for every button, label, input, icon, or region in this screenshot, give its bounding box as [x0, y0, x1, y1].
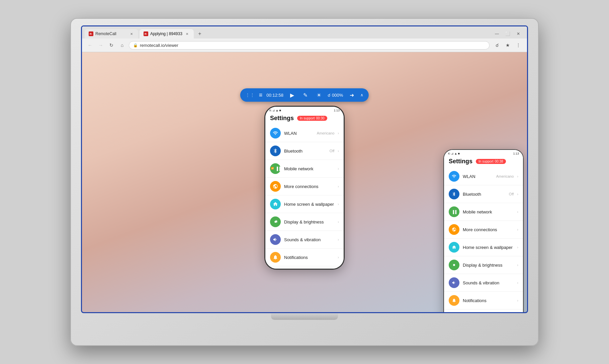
more-connections-icon [270, 181, 281, 192]
support-badge-timer: 00:30 [316, 116, 325, 120]
more-connections-arrow: › [338, 184, 339, 188]
phone-sec-signal: K·⊿ [448, 152, 454, 155]
phone-status-left: K·⊿ ▲ ■ [269, 109, 281, 112]
phone-status-battery-icon: ■ [279, 109, 281, 112]
sec-notifications-arrow: › [517, 298, 518, 302]
sec-bluetooth-icon [449, 189, 459, 199]
settings-item-bluetooth-main[interactable]: Bluetooth Off › [265, 142, 344, 160]
sec-badge-timer: 00:38 [495, 160, 503, 163]
phone-sec-status-right: 1:13 [513, 152, 519, 155]
sec-bluetooth-label: Bluetooth [463, 192, 506, 197]
mobile-network-arrow: › [338, 167, 339, 171]
url-text: remotecall.io/viewer [140, 43, 178, 48]
sec-sounds-label: Sounds & vibration [463, 280, 514, 285]
toolbar-cursor-icon[interactable]: ▶ [287, 90, 297, 100]
tab-favicon-2: R· [144, 31, 148, 36]
settings-item-mobile-sec[interactable]: ▐▐ Mobile network › [444, 203, 523, 221]
sec-more-arrow: › [517, 227, 518, 232]
display-label: Display & brightness [284, 219, 334, 224]
notifications-label: Notifications [284, 255, 334, 260]
sec-wlan-value: Americano [496, 174, 514, 178]
toolbar-timer: 00:12:58 [266, 93, 283, 98]
lock-icon: 🔒 [133, 43, 138, 48]
home-screen-label: Home screen & wallpaper [284, 202, 334, 207]
sounds-icon [270, 234, 281, 245]
tab-applying[interactable]: R· Applying | 894933 ✕ [140, 29, 194, 38]
sec-mobile-label: Mobile network [463, 209, 514, 214]
settings-item-mobile-main[interactable]: 📶 ▐▐ Mobile network › [265, 160, 344, 178]
svg-text:📶: 📶 [271, 167, 274, 170]
phone-sec-status-left: K·⊿ ▲ ■ [448, 152, 460, 155]
phone-status-time: 1:13 [334, 109, 340, 112]
home-screen-arrow: › [338, 202, 339, 206]
wlan-value: Americano [317, 131, 335, 135]
forward-button[interactable]: → [97, 41, 105, 49]
home-screen-icon [270, 199, 281, 209]
settings-item-sounds-main[interactable]: Sounds & vibration › [265, 231, 344, 249]
sec-sounds-arrow: › [517, 281, 518, 285]
phone-sec-title: Settings [449, 158, 472, 165]
settings-item-more-sec[interactable]: More connections › [444, 221, 523, 239]
tab-close-1[interactable]: ✕ [129, 31, 134, 36]
settings-item-bluetooth-sec[interactable]: Bluetooth Off › [444, 185, 523, 203]
settings-item-display-main[interactable]: Display & brightness › [265, 213, 344, 231]
toolbar-share-icon[interactable]: ➜ [347, 90, 356, 100]
sec-wlan-label: WLAN [463, 174, 493, 179]
wlan-label: WLAN [284, 131, 314, 136]
menu-button[interactable]: ⋮ [514, 40, 523, 50]
wlan-arrow: › [338, 131, 339, 135]
phone-main-title: Settings [270, 115, 294, 122]
settings-item-wlan-main[interactable]: WLAN Americano › [265, 124, 344, 142]
sec-mobile-icon: ▐▐ [449, 206, 459, 217]
home-button[interactable]: ⌂ [118, 41, 126, 49]
browser-actions: ☌ ★ ⋮ [492, 40, 523, 50]
sec-mobile-arrow: › [517, 210, 518, 214]
close-button[interactable]: ✕ [514, 29, 523, 38]
back-button[interactable]: ← [86, 41, 94, 49]
bookmark-button[interactable]: ★ [503, 40, 512, 50]
notifications-arrow: › [338, 255, 339, 259]
phone-sec-battery: ■ [458, 152, 459, 155]
tab-remotecall[interactable]: R· RemoteCall ✕ [85, 29, 138, 38]
tab-close-2[interactable]: ✕ [184, 31, 190, 36]
tab-bar: R· RemoteCall ✕ R· Applying | 894933 ✕ +… [82, 26, 527, 38]
zoom-search-icon: ☌ [328, 93, 331, 98]
minimize-button[interactable]: — [492, 29, 502, 38]
settings-item-display-sec[interactable]: Display & brightness › [444, 256, 523, 274]
phone-main: K·⊿ ▲ ■ 1:13 Settings In support 00:30 [264, 106, 345, 270]
maximize-button[interactable]: ⬜ [503, 29, 512, 38]
toolbar-highlight-icon[interactable]: ☀ [314, 90, 324, 100]
settings-item-home-sec[interactable]: Home screen & wallpaper › [444, 239, 523, 256]
settings-item-biometrics-sec[interactable]: Biometrics & password › [444, 309, 523, 312]
toolbar-chevron-icon[interactable]: ∧ [360, 93, 363, 97]
screen-content: ⋮⋮ ≡ 00:12:58 ▶ ✎ ☀ ☌ 000% ➜ ∧ K·⊿ [82, 52, 527, 312]
notifications-icon [270, 252, 281, 263]
settings-item-notifications-sec[interactable]: Notifications › [444, 292, 523, 309]
remote-toolbar: ⋮⋮ ≡ 00:12:58 ▶ ✎ ☀ ☌ 000% ➜ ∧ [240, 88, 369, 102]
settings-item-home-main[interactable]: Home screen & wallpaper › [265, 195, 344, 213]
settings-item-biometrics-main[interactable]: Biometrics & password › [265, 266, 344, 269]
settings-item-notifications-main[interactable]: Notifications › [265, 249, 344, 266]
settings-item-wlan-sec[interactable]: WLAN Americano › [444, 168, 523, 185]
window-controls: — ⬜ ✕ [492, 29, 523, 38]
sec-badge-label: In support [478, 160, 493, 163]
settings-item-sounds-sec[interactable]: Sounds & vibration › [444, 274, 523, 292]
new-tab-button[interactable]: + [195, 29, 204, 38]
tab-label-1: RemoteCall [95, 31, 116, 36]
phone-status-signal: K·⊿ [269, 109, 275, 112]
phone-status-right: 1:13 [334, 109, 340, 112]
search-button[interactable]: ☌ [492, 40, 502, 50]
sec-sounds-icon [449, 277, 459, 288]
bluetooth-icon [270, 146, 281, 156]
refresh-button[interactable]: ↻ [107, 41, 115, 49]
browser-chrome: R· RemoteCall ✕ R· Applying | 894933 ✕ +… [82, 26, 527, 52]
toolbar-menu-icon[interactable]: ≡ [259, 92, 263, 99]
sec-notifications-icon [449, 295, 459, 306]
mobile-network-label: Mobile network [284, 166, 334, 171]
toolbar-grip: ⋮⋮ [246, 93, 255, 97]
mobile-network-icon: 📶 ▐▐ [270, 163, 281, 174]
settings-item-more-main[interactable]: More connections › [265, 178, 344, 195]
toolbar-pen-icon[interactable]: ✎ [301, 90, 310, 100]
url-bar[interactable]: 🔒 remotecall.io/viewer [129, 41, 490, 50]
display-arrow: › [338, 220, 339, 224]
